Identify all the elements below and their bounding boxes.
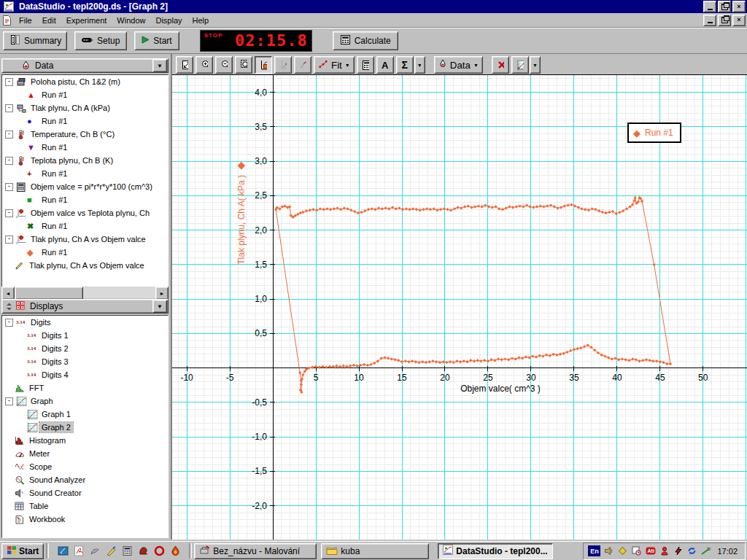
tree-item[interactable]: ▼Run #1 — [2, 141, 168, 154]
curve-note-button[interactable] — [294, 56, 311, 74]
task-datastudio[interactable]: DataStudio - tepl200... — [438, 543, 553, 559]
child-minimize-button[interactable] — [703, 15, 716, 26]
data-panel-header[interactable]: Data ▼ — [1, 58, 169, 73]
remove-button[interactable] — [492, 56, 509, 74]
tree-item[interactable]: ✖Run #1 — [2, 219, 168, 233]
quicklaunch-editor-icon[interactable] — [57, 545, 69, 557]
tree-item[interactable]: Workbook — [2, 513, 168, 526]
tree-item[interactable]: Sound Analyzer — [2, 473, 168, 486]
tree-item[interactable]: Graph 1 — [2, 408, 168, 421]
clock[interactable]: 17:02 — [714, 547, 740, 556]
task-folder-kuba[interactable]: kuba — [321, 543, 429, 559]
tray-sync-icon[interactable] — [686, 545, 697, 556]
tree-expander-icon[interactable]: - — [5, 236, 13, 244]
tray-ati-icon[interactable]: Ati — [645, 545, 656, 556]
legend[interactable]: ◆ Run #1 — [627, 122, 681, 143]
tray-scheduler-icon[interactable] — [631, 545, 642, 556]
tree-item[interactable]: Scope — [2, 460, 168, 473]
tray-diamond-icon[interactable] — [617, 545, 628, 556]
data-tree-hscrollbar[interactable]: ◄ ► — [1, 287, 169, 298]
close-button[interactable]: × — [732, 1, 746, 12]
tree-item[interactable]: -3.14Digits — [2, 316, 168, 329]
child-close-button[interactable]: × — [732, 15, 746, 26]
scale-to-fit-button[interactable] — [176, 56, 193, 74]
document-icon[interactable] — [2, 15, 12, 26]
setup-button[interactable]: Setup — [74, 31, 127, 50]
scroll-left-arrow[interactable]: ◄ — [1, 287, 15, 300]
start-button[interactable]: Start — [134, 31, 179, 50]
menu-edit[interactable]: Edit — [37, 15, 61, 26]
menu-experiment[interactable]: Experiment — [61, 15, 112, 26]
displays-dropdown-button[interactable]: ▼ — [152, 300, 167, 313]
tray-pencil-icon[interactable] — [700, 545, 711, 556]
tree-item[interactable]: -Poloha pistu, Ch 1&2 (m) — [2, 75, 168, 88]
tree-item[interactable]: ■Run #1 — [2, 193, 168, 206]
tree-item[interactable]: -Temperature, Ch B (°C) — [2, 128, 168, 141]
task-paint[interactable]: Bez_názvu - Malování — [194, 543, 317, 559]
tree-item[interactable]: +Run #1 — [2, 167, 168, 180]
tree-expander-icon[interactable]: - — [5, 397, 13, 405]
tree-item[interactable]: 3.14Digits 3 — [2, 355, 168, 368]
tree-item[interactable]: ▲Run #1 — [2, 88, 168, 101]
statistics-dropdown[interactable]: ▼ — [414, 56, 425, 74]
tree-item[interactable]: Histogram — [2, 434, 168, 447]
data-dropdown-button[interactable]: ▼ — [152, 59, 167, 72]
tree-expander-icon[interactable]: - — [5, 131, 13, 139]
tree-item[interactable]: 3.14Digits 1 — [2, 329, 168, 342]
text-annotation-button[interactable]: A — [376, 56, 394, 74]
calculate-button[interactable]: Calculate — [333, 31, 398, 50]
quicklaunch-flame-icon[interactable] — [169, 545, 181, 557]
quicklaunch-calculator-icon[interactable] — [121, 545, 133, 557]
zoom-out-button[interactable] — [215, 56, 233, 74]
tree-item[interactable]: Graph 2 — [2, 421, 168, 434]
tree-expander-icon[interactable]: - — [5, 157, 13, 165]
menu-file[interactable]: File — [14, 15, 37, 26]
scroll-thumb[interactable] — [15, 287, 83, 300]
tree-item[interactable]: Sound Creator — [2, 486, 168, 499]
panel-splitter-icon[interactable] — [5, 302, 13, 311]
smart-tool-button[interactable] — [255, 56, 272, 74]
tree-item[interactable]: -Graph — [2, 394, 168, 408]
quicklaunch-acrobat-icon[interactable] — [73, 545, 85, 557]
start-menu-button[interactable]: Start — [1, 543, 44, 559]
tree-item[interactable]: 3.14Digits 2 — [2, 342, 168, 355]
tree-expander-icon[interactable]: - — [5, 183, 13, 191]
volume-icon[interactable] — [603, 545, 614, 556]
quicklaunch-dragon-icon[interactable] — [137, 545, 149, 557]
graph-calculator-button[interactable] — [357, 56, 374, 74]
quicklaunch-opera-icon[interactable] — [153, 545, 165, 557]
minimize-button[interactable] — [703, 1, 716, 12]
tree-item[interactable]: FFT — [2, 381, 168, 394]
restore-button[interactable] — [718, 1, 731, 12]
zoom-select-button[interactable] — [235, 56, 252, 74]
tree-expander-icon[interactable]: - — [5, 104, 13, 112]
child-restore-button[interactable] — [718, 15, 731, 26]
tray-power-icon[interactable] — [673, 545, 684, 556]
tree-item[interactable]: Tlak plynu, Ch A vs Objem valce — [2, 259, 168, 272]
menu-help[interactable]: Help — [187, 15, 214, 26]
language-indicator[interactable]: En — [588, 545, 600, 556]
quicklaunch-pen-icon[interactable] — [105, 545, 117, 557]
slope-tool-button[interactable]: xy — [274, 56, 292, 74]
tree-expander-icon[interactable]: - — [5, 319, 13, 327]
summary-button[interactable]: Summary — [3, 31, 67, 50]
tree-item[interactable]: ●Run #1 — [2, 114, 168, 128]
graph-settings-dropdown[interactable]: ▼ — [530, 56, 541, 74]
tray-agent-icon[interactable] — [659, 545, 670, 556]
tree-item[interactable]: ◆Run #1 — [2, 246, 168, 259]
quicklaunch-dove-icon[interactable] — [89, 545, 101, 557]
menu-display[interactable]: Display — [150, 15, 187, 26]
data-menu-button[interactable]: Data ▼ — [434, 56, 483, 74]
tree-item[interactable]: 3.14Digits 4 — [2, 368, 168, 381]
menu-window[interactable]: Window — [112, 15, 150, 26]
tree-item[interactable]: -Objem valce = pi*r*r*y*100 (cm^3) — [2, 180, 168, 193]
tree-item[interactable]: -Tlak plynu, Ch A (kPa) — [2, 101, 168, 114]
tree-expander-icon[interactable]: - — [5, 209, 13, 217]
zoom-in-button[interactable] — [196, 56, 213, 74]
displays-panel-header[interactable]: Displays ▼ — [1, 299, 169, 314]
statistics-button[interactable]: Σ — [396, 56, 414, 74]
tree-item[interactable]: -xTlak plynu, Ch A vs Objem valce — [2, 233, 168, 246]
plot-area[interactable]: -10-551015202530354045504,03,53,02,52,01… — [172, 75, 747, 540]
tree-expander-icon[interactable]: - — [5, 78, 13, 86]
fit-menu-button[interactable]: Fit ▼ — [314, 56, 355, 74]
